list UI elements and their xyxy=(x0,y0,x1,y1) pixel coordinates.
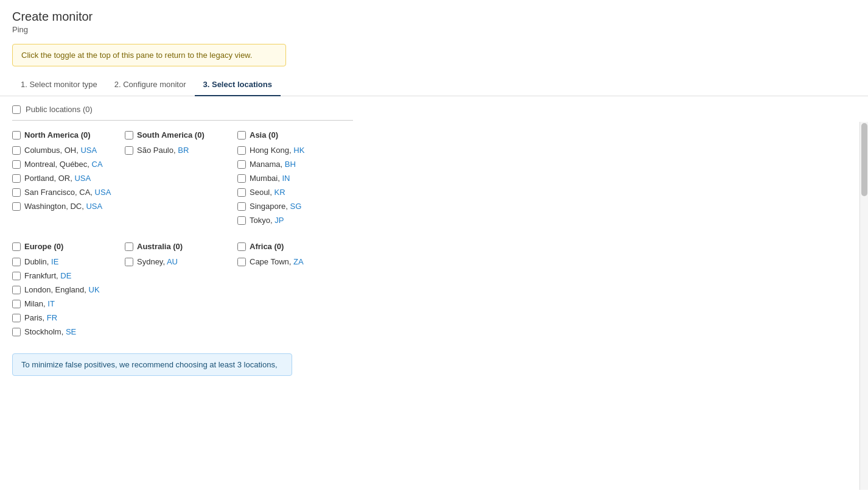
stockholm-code: SE xyxy=(66,327,76,336)
montreal-code: CA xyxy=(92,160,103,169)
hongkong-label[interactable]: Hong Kong, HK xyxy=(250,146,304,155)
australia-checkbox[interactable] xyxy=(125,242,133,251)
columbus-label[interactable]: Columbus, OH, USA xyxy=(24,146,97,155)
saopaulo-checkbox[interactable] xyxy=(125,146,133,155)
list-item: Washington, DC, USA xyxy=(12,202,113,211)
asia-label[interactable]: Asia (0) xyxy=(250,130,278,140)
dublin-code: IE xyxy=(51,257,58,266)
region-asia-header: Asia (0) xyxy=(237,130,338,140)
scrollbar-thumb[interactable] xyxy=(861,123,867,196)
hongkong-checkbox[interactable] xyxy=(237,146,246,155)
paris-checkbox[interactable] xyxy=(12,314,21,322)
paris-code: FR xyxy=(47,313,57,322)
montreal-checkbox[interactable] xyxy=(12,160,21,169)
montreal-label[interactable]: Montreal, Québec, CA xyxy=(24,160,103,169)
tab-select-monitor-type[interactable]: 1. Select monitor type xyxy=(12,74,106,96)
london-label[interactable]: London, England, UK xyxy=(24,285,100,294)
region-asia: Asia (0) Hong Kong, HK Manama, BH xyxy=(237,130,350,230)
portland-checkbox[interactable] xyxy=(12,174,21,183)
europe-label[interactable]: Europe (0) xyxy=(24,242,63,251)
list-item: Seoul, KR xyxy=(237,188,338,197)
south-america-checkbox[interactable] xyxy=(125,131,133,140)
saopaulo-label[interactable]: São Paulo, BR xyxy=(137,146,189,155)
divider xyxy=(12,120,353,121)
regions-grid-row1: North America (0) Columbus, OH, USA Mont… xyxy=(12,130,856,230)
list-item: London, England, UK xyxy=(12,285,113,294)
africa-checkbox[interactable] xyxy=(237,242,246,251)
tokyo-checkbox[interactable] xyxy=(237,216,246,225)
london-checkbox[interactable] xyxy=(12,286,21,294)
sydney-checkbox[interactable] xyxy=(125,258,133,266)
bottom-info: To minimize false positives, we recommen… xyxy=(12,353,292,376)
seoul-code: KR xyxy=(274,188,285,197)
south-america-label[interactable]: South America (0) xyxy=(137,130,205,140)
dublin-label[interactable]: Dublin, IE xyxy=(24,257,58,266)
list-item: Manama, BH xyxy=(237,160,338,169)
africa-label[interactable]: Africa (0) xyxy=(250,242,284,251)
list-item: Dublin, IE xyxy=(12,257,113,266)
capetown-code: ZA xyxy=(293,257,304,266)
singapore-code: SG xyxy=(290,202,302,211)
frankfurt-checkbox[interactable] xyxy=(12,272,21,280)
page-wrapper: Create monitor Ping Click the toggle at … xyxy=(0,0,868,502)
columbus-checkbox[interactable] xyxy=(12,146,21,155)
region-north-america-header: North America (0) xyxy=(12,130,113,140)
region-south-america-header: South America (0) xyxy=(125,130,225,140)
tab-configure-monitor[interactable]: 2. Configure monitor xyxy=(106,74,195,96)
frankfurt-label[interactable]: Frankfurt, DE xyxy=(24,271,71,280)
sanfrancisco-checkbox[interactable] xyxy=(12,188,21,197)
stockholm-label[interactable]: Stockholm, SE xyxy=(24,327,76,336)
north-america-checkbox[interactable] xyxy=(12,131,21,140)
singapore-label[interactable]: Singapore, SG xyxy=(250,202,301,211)
seoul-label[interactable]: Seoul, KR xyxy=(250,188,285,197)
manama-label[interactable]: Manama, BH xyxy=(250,160,296,169)
list-item: Stockholm, SE xyxy=(12,327,113,336)
list-item: Cape Town, ZA xyxy=(237,257,338,266)
milan-label[interactable]: Milan, IT xyxy=(24,299,55,308)
list-item: Columbus, OH, USA xyxy=(12,146,113,155)
regions-grid-row2: Europe (0) Dublin, IE Frankfurt, DE xyxy=(12,242,856,341)
sanfrancisco-label[interactable]: San Francisco, CA, USA xyxy=(24,188,111,197)
main-content: Public locations (0) North America (0) C… xyxy=(0,96,868,502)
list-item: Hong Kong, HK xyxy=(237,146,338,155)
washington-label[interactable]: Washington, DC, USA xyxy=(24,202,102,211)
mumbai-label[interactable]: Mumbai, IN xyxy=(250,174,290,183)
asia-checkbox[interactable] xyxy=(237,131,246,140)
mumbai-checkbox[interactable] xyxy=(237,174,246,183)
vertical-scrollbar[interactable] xyxy=(859,122,868,490)
seoul-checkbox[interactable] xyxy=(237,188,246,197)
paris-label[interactable]: Paris, FR xyxy=(24,313,57,322)
bottom-spacer xyxy=(12,376,856,388)
page-header: Create monitor Ping xyxy=(0,0,868,37)
manama-checkbox[interactable] xyxy=(237,160,246,169)
australia-label[interactable]: Australia (0) xyxy=(137,242,183,251)
public-locations-label[interactable]: Public locations (0) xyxy=(26,105,93,114)
bottom-info-text: To minimize false positives, we recommen… xyxy=(21,360,278,369)
tokyo-label[interactable]: Tokyo, JP xyxy=(250,216,284,225)
list-item: Singapore, SG xyxy=(237,202,338,211)
north-america-label[interactable]: North America (0) xyxy=(24,130,91,140)
tab-select-locations[interactable]: 3. Select locations xyxy=(195,74,281,96)
capetown-checkbox[interactable] xyxy=(237,258,246,266)
list-item: Tokyo, JP xyxy=(237,216,338,225)
manama-code: BH xyxy=(285,160,296,169)
region-europe-header: Europe (0) xyxy=(12,242,113,251)
europe-checkbox[interactable] xyxy=(12,242,21,251)
singapore-checkbox[interactable] xyxy=(237,202,246,211)
section-spacer xyxy=(12,230,856,242)
notice-text: Click the toggle at the top of this pane… xyxy=(21,51,252,60)
milan-checkbox[interactable] xyxy=(12,300,21,308)
public-locations-checkbox[interactable] xyxy=(12,105,21,114)
sydney-label[interactable]: Sydney, AU xyxy=(137,257,178,266)
capetown-label[interactable]: Cape Town, ZA xyxy=(250,257,304,266)
dublin-checkbox[interactable] xyxy=(12,258,21,266)
stockholm-checkbox[interactable] xyxy=(12,328,21,336)
page-title: Create monitor xyxy=(12,10,856,24)
public-locations-row: Public locations (0) xyxy=(12,105,856,114)
washington-checkbox[interactable] xyxy=(12,202,21,211)
region-africa-header: Africa (0) xyxy=(237,242,338,251)
list-item: São Paulo, BR xyxy=(125,146,225,155)
portland-label[interactable]: Portland, OR, USA xyxy=(24,174,91,183)
milan-code: IT xyxy=(47,299,55,308)
list-item: Portland, OR, USA xyxy=(12,174,113,183)
